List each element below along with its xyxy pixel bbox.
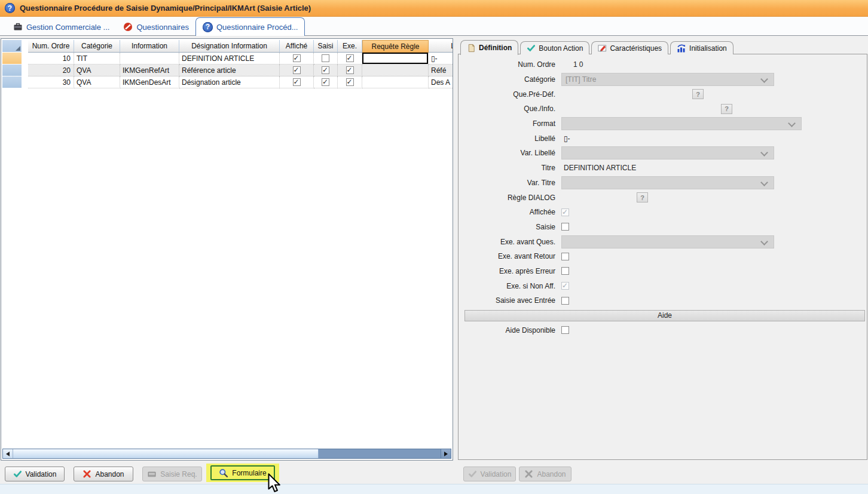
cell-num[interactable]: 30 bbox=[28, 76, 74, 88]
cell-desig[interactable]: Désignation article bbox=[179, 76, 280, 88]
cell-libelle[interactable]: Des A bbox=[429, 76, 453, 88]
tab-bouton-action[interactable]: Bouton Action bbox=[520, 41, 589, 54]
affichee-checkbox[interactable] bbox=[561, 208, 569, 216]
panel-abandon-button[interactable]: Abandon bbox=[519, 467, 571, 481]
row-selector[interactable] bbox=[2, 76, 22, 88]
column-header-desig[interactable]: Désignation Information bbox=[179, 40, 280, 53]
checkbox-saisi[interactable] bbox=[322, 78, 329, 86]
tab-d-finition[interactable]: Définition bbox=[460, 40, 518, 55]
validation-button[interactable]: Validation bbox=[5, 467, 65, 481]
cell-requete[interactable] bbox=[362, 65, 429, 76]
cell-info[interactable]: IKMGenRefArt bbox=[120, 65, 179, 76]
table-row: 20QVAIKMGenRefArtRéférence articleRéfé bbox=[2, 65, 453, 76]
titre-label: Titre bbox=[459, 164, 555, 172]
que-pre-def-help-button[interactable]: ? bbox=[692, 89, 704, 99]
column-header-affiche[interactable]: Affiché bbox=[280, 40, 314, 53]
row-selector[interactable] bbox=[2, 53, 22, 65]
exe-apres-erreur-checkbox[interactable] bbox=[561, 267, 569, 275]
scrollbar-thumb[interactable] bbox=[13, 449, 319, 458]
column-header-num[interactable]: Num. Ordre bbox=[28, 40, 74, 53]
scrollbar-track[interactable] bbox=[319, 449, 441, 458]
checkbox-exe[interactable] bbox=[346, 78, 354, 86]
check-icon bbox=[13, 470, 22, 478]
exe-avant-ques-dropdown[interactable] bbox=[561, 235, 774, 248]
cell-desig[interactable]: Référence article bbox=[179, 65, 280, 76]
column-header-saisi[interactable]: Saisi bbox=[314, 40, 338, 53]
column-header-requete[interactable]: Requête Règle bbox=[362, 40, 429, 53]
cell-saisi[interactable] bbox=[314, 76, 338, 88]
libelle-value: ▯- bbox=[561, 134, 570, 143]
cell-cat[interactable]: TIT bbox=[74, 53, 120, 65]
saisie-req-button[interactable]: Saisie Req. bbox=[142, 467, 202, 481]
cell-affiche[interactable] bbox=[280, 53, 314, 65]
checkbox-saisi[interactable] bbox=[322, 66, 329, 74]
detail-tab-strip: DéfinitionBouton ActionCaractéristiquesI… bbox=[460, 40, 735, 54]
column-header-exe[interactable]: Exe. bbox=[338, 40, 362, 53]
column-header-cat[interactable]: Catégorie bbox=[74, 40, 120, 53]
column-header-label: Num. Ordre bbox=[32, 42, 70, 50]
saisie-avec-entree-checkbox[interactable] bbox=[561, 297, 569, 305]
saisie-control bbox=[561, 223, 867, 231]
cell-libelle[interactable]: Réfé bbox=[429, 65, 453, 76]
scroll-left-button[interactable] bbox=[3, 449, 13, 458]
row-selector[interactable] bbox=[2, 65, 22, 76]
cell-exe[interactable] bbox=[338, 65, 362, 76]
checkbox-affiche[interactable] bbox=[293, 78, 301, 86]
checkbox-exe[interactable] bbox=[346, 54, 354, 62]
titre-value: DEFINITION ARTICLE bbox=[561, 164, 636, 172]
exe-avant-ques-control bbox=[561, 235, 867, 248]
bottom-toolbar: ValidationAbandonSaisie Req.FormulaireVa… bbox=[0, 465, 868, 486]
column-header-label: Catégorie bbox=[81, 42, 112, 50]
mdi-tab-3[interactable]: ?Questionnaire Procéd... bbox=[195, 17, 305, 36]
regle-dialog-help-button[interactable]: ? bbox=[637, 192, 648, 202]
formulaire-button[interactable]: Formulaire bbox=[210, 465, 275, 480]
column-header-libelle[interactable]: Libellé bbox=[429, 40, 453, 53]
format-dropdown[interactable] bbox=[561, 117, 802, 130]
que-info-help-button[interactable]: ? bbox=[721, 104, 732, 114]
checkbox-affiche[interactable] bbox=[293, 66, 301, 74]
cell-affiche[interactable] bbox=[280, 76, 314, 88]
cell-libelle[interactable]: ▯- bbox=[429, 53, 453, 65]
x-icon bbox=[524, 470, 533, 478]
column-header-info[interactable]: Information bbox=[120, 40, 179, 53]
saisie-checkbox[interactable] bbox=[561, 223, 569, 231]
libelle-control: ▯- bbox=[561, 134, 867, 143]
cell-requete[interactable] bbox=[362, 53, 429, 65]
tab-caract-ristiques[interactable]: Caractéristiques bbox=[591, 41, 668, 54]
que-info-label: Que./Info. bbox=[459, 105, 555, 113]
exe-si-non-aff-checkbox[interactable] bbox=[561, 282, 569, 290]
horizontal-scrollbar[interactable] bbox=[2, 449, 451, 459]
categorie-label: Catégorie bbox=[459, 75, 555, 84]
var-titre-dropdown[interactable] bbox=[561, 176, 774, 189]
cell-requete[interactable] bbox=[362, 76, 429, 88]
cell-info[interactable] bbox=[120, 53, 179, 65]
scroll-right-button[interactable] bbox=[441, 449, 451, 458]
abandon-button[interactable]: Abandon bbox=[74, 467, 133, 481]
aide-disponible-checkbox[interactable] bbox=[561, 326, 569, 334]
cell-affiche[interactable] bbox=[280, 65, 314, 76]
var-libelle-dropdown[interactable] bbox=[561, 146, 774, 159]
cell-saisi[interactable] bbox=[314, 65, 338, 76]
tab-initialisation[interactable]: Initialisation bbox=[670, 41, 733, 54]
column-header-selector[interactable] bbox=[2, 40, 22, 53]
cell-info[interactable]: IKMGenDesArt bbox=[120, 76, 179, 88]
cell-exe[interactable] bbox=[338, 53, 362, 65]
form-row-saisie-avec-entree: Saisie avec Entrée bbox=[459, 293, 867, 308]
cell-num[interactable]: 10 bbox=[28, 53, 74, 65]
checkbox-affiche[interactable] bbox=[293, 54, 301, 62]
cell-desig[interactable]: DEFINITION ARTICLE bbox=[179, 53, 280, 65]
exe-avant-retour-checkbox[interactable] bbox=[561, 253, 569, 260]
checkbox-exe[interactable] bbox=[346, 66, 354, 74]
checkbox-saisi[interactable] bbox=[322, 54, 329, 62]
cell-num[interactable]: 20 bbox=[28, 65, 74, 76]
cell-exe[interactable] bbox=[338, 76, 362, 88]
mdi-tab-2[interactable]: Questionnaires bbox=[116, 19, 195, 35]
mdi-tab-1[interactable]: Gestion Commerciale ... bbox=[6, 19, 116, 35]
cell-cat[interactable]: QVA bbox=[74, 76, 120, 88]
mdi-tab-label: Questionnaire Procéd... bbox=[216, 23, 298, 32]
cell-saisi[interactable] bbox=[314, 53, 338, 65]
panel-validation-button[interactable]: Validation bbox=[463, 467, 516, 481]
form-row-regle-dialog: Règle DIALOG? bbox=[459, 190, 867, 205]
categorie-dropdown[interactable]: [TIT] Titre bbox=[561, 73, 774, 86]
cell-cat[interactable]: QVA bbox=[74, 65, 120, 76]
